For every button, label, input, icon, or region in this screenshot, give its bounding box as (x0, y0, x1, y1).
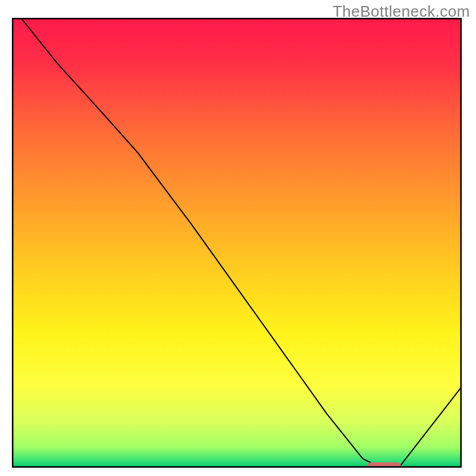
plot-area (12, 18, 462, 468)
watermark-text: TheBottleneck.com (333, 2, 470, 21)
gradient-background (12, 18, 462, 468)
chart-container: TheBottleneck.com (0, 0, 476, 476)
chart-svg (12, 18, 462, 468)
